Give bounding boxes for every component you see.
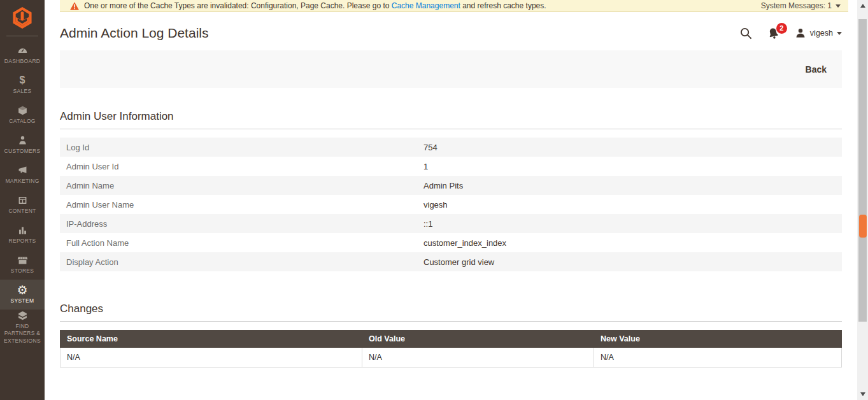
sidebar-item-content[interactable]: CONTENT (0, 190, 45, 220)
sales-icon: $ (20, 75, 25, 86)
customers-icon (17, 135, 28, 146)
vertical-scrollbar[interactable] (857, 0, 868, 400)
column-header-new-value: New Value (594, 331, 842, 348)
info-row-label: Log Id (60, 143, 423, 152)
magento-logo[interactable] (0, 0, 45, 36)
banner-text-before: One or more of the Cache Types are inval… (84, 1, 392, 10)
banner-message: One or more of the Cache Types are inval… (84, 1, 761, 10)
scrollbar-thumb[interactable] (858, 19, 867, 322)
sidebar-item-label: SYSTEM (11, 297, 34, 304)
sidebar-item-system[interactable]: ⚙ SYSTEM (0, 280, 45, 310)
sidebar-item-label: SALES (13, 88, 32, 95)
sidebar-item-stores[interactable]: STORES (0, 250, 45, 280)
sidebar-item-catalog[interactable]: CATALOG (0, 100, 45, 130)
system-messages-label: System Messages: 1 (761, 1, 832, 10)
info-row-label: Admin Name (60, 181, 423, 190)
cell-old-value: N/A (362, 348, 594, 368)
section-heading: Changes (60, 303, 842, 322)
chevron-down-icon (836, 4, 841, 8)
table-row: N/A N/A N/A (60, 348, 842, 368)
sidebar-item-marketing[interactable]: MARKETING (0, 160, 45, 190)
changes-table: Source Name Old Value New Value N/A N/A … (60, 330, 842, 368)
notifications-bell-icon[interactable]: 2 (767, 27, 779, 39)
magento-logo-icon (11, 7, 34, 29)
info-row-value: Admin Pits (423, 181, 463, 190)
user-avatar-icon (795, 27, 806, 39)
sidebar-item-label: MARKETING (5, 178, 39, 185)
sidebar-item-label: CUSTOMERS (4, 148, 41, 155)
sidebar-item-dashboard[interactable]: DASHBOARD (0, 40, 45, 70)
sidebar-item-sales[interactable]: $ SALES (0, 70, 45, 100)
info-row-value: vigesh (423, 200, 448, 210)
scroll-up-arrow[interactable] (857, 1, 868, 10)
info-row-value: ::1 (423, 219, 432, 229)
admin-sidebar: DASHBOARD $ SALES CATALOG CUSTOMERS MARK… (0, 0, 45, 400)
cell-new-value: N/A (594, 348, 842, 368)
content-icon (17, 195, 28, 206)
stores-icon (17, 255, 28, 266)
column-header-old-value: Old Value (362, 331, 594, 348)
info-row: Full Action Name customer_index_index (60, 233, 842, 252)
sidebar-item-customers[interactable]: CUSTOMERS (0, 130, 45, 160)
notification-count-badge: 2 (776, 23, 787, 34)
info-row-label: Admin User Id (60, 162, 423, 171)
page-title: Admin Action Log Details (60, 25, 208, 41)
page-header: Admin Action Log Details 2 vigesh (45, 12, 857, 41)
page-actions-bar: Back (60, 50, 842, 88)
sidebar-item-label: DASHBOARD (4, 58, 41, 65)
cache-management-link[interactable]: Cache Management (392, 1, 460, 10)
info-row-value: 754 (423, 143, 438, 152)
cell-source-name: N/A (60, 348, 362, 368)
scroll-down-arrow[interactable] (857, 390, 868, 399)
info-row-label: IP-Address (60, 219, 423, 229)
orange-scroll-marker[interactable] (859, 215, 867, 238)
sidebar-item-label: STORES (11, 268, 34, 275)
catalog-icon (17, 105, 28, 116)
back-button[interactable]: Back (806, 64, 827, 75)
system-message-banner: One or more of the Cache Types are inval… (60, 0, 848, 12)
info-row-value: Customer grid view (423, 257, 494, 267)
info-row-value: 1 (423, 162, 428, 171)
gear-icon: ⚙ (17, 285, 27, 296)
admin-user-info-section: Admin User Information Log Id 754 Admin … (60, 110, 842, 271)
info-row: Admin Name Admin Pits (60, 176, 842, 195)
info-row-value: customer_index_index (423, 238, 506, 248)
triangle-down-icon (860, 392, 865, 396)
main-content: One or more of the Cache Types are inval… (45, 0, 857, 400)
extensions-icon (17, 310, 28, 321)
banner-text-after: and refresh cache types. (460, 1, 546, 10)
info-row: Log Id 754 (60, 138, 842, 157)
info-row: Display Action Customer grid view (60, 252, 842, 271)
warning-icon (70, 2, 79, 10)
info-row: Admin User Name vigesh (60, 195, 842, 214)
info-row-label: Display Action (60, 257, 423, 267)
changes-header-row: Source Name Old Value New Value (60, 331, 842, 348)
triangle-up-icon (860, 4, 865, 8)
user-menu[interactable]: vigesh (795, 27, 842, 39)
header-actions: 2 vigesh (740, 27, 842, 39)
info-row: IP-Address ::1 (60, 214, 842, 233)
reports-icon (17, 225, 28, 236)
dashboard-icon (17, 45, 28, 56)
column-header-source-name: Source Name (60, 331, 362, 348)
sidebar-item-label: FIND PARTNERS & EXTENSIONS (2, 323, 43, 344)
sidebar-item-label: CATALOG (9, 118, 35, 125)
info-rows: Log Id 754 Admin User Id 1 Admin Name Ad… (60, 138, 842, 271)
sidebar-divider (6, 36, 38, 36)
sidebar-item-find-partners[interactable]: FIND PARTNERS & EXTENSIONS (0, 310, 45, 345)
info-row: Admin User Id 1 (60, 157, 842, 176)
sidebar-item-reports[interactable]: REPORTS (0, 220, 45, 250)
sidebar-item-label: REPORTS (8, 238, 36, 245)
info-row-label: Admin User Name (60, 200, 423, 210)
section-heading: Admin User Information (60, 110, 842, 129)
info-row-label: Full Action Name (60, 238, 423, 248)
marketing-icon (17, 165, 28, 176)
system-messages-toggle[interactable]: System Messages: 1 (761, 1, 841, 10)
chevron-down-icon (837, 32, 842, 35)
sidebar-item-label: CONTENT (8, 208, 36, 215)
search-icon[interactable] (740, 27, 752, 39)
username-label: vigesh (810, 29, 833, 38)
changes-section: Changes Source Name Old Value New Value … (60, 303, 842, 368)
